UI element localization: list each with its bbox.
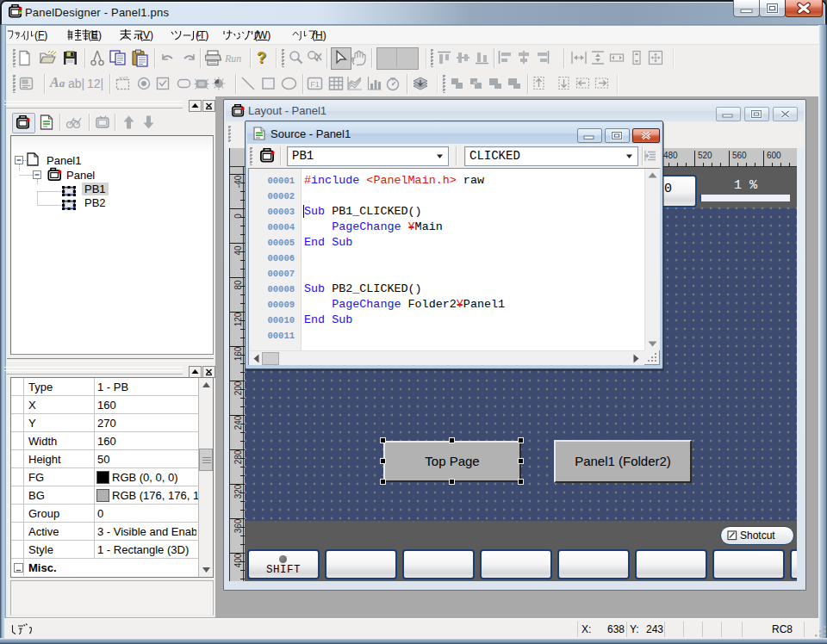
svg-text:520: 520 bbox=[698, 151, 712, 160]
svg-text:F1: F1 bbox=[311, 80, 320, 89]
svg-text:320: 320 bbox=[233, 484, 243, 498]
svg-text:280: 280 bbox=[233, 449, 243, 464]
svg-text:200: 200 bbox=[233, 381, 243, 395]
svg-text:360: 360 bbox=[233, 518, 243, 533]
svg-text:600: 600 bbox=[767, 151, 781, 160]
svg-text:400: 400 bbox=[233, 553, 243, 567]
svg-text:160: 160 bbox=[233, 346, 243, 361]
svg-text:560: 560 bbox=[732, 151, 747, 160]
svg-text:240: 240 bbox=[233, 415, 243, 430]
svg-text:40: 40 bbox=[233, 245, 243, 256]
svg-text:120: 120 bbox=[233, 312, 243, 326]
svg-text:-40: -40 bbox=[233, 175, 243, 188]
svg-text:480: 480 bbox=[663, 151, 678, 160]
svg-text:XYZ: XYZ bbox=[119, 76, 128, 81]
svg-text:80: 80 bbox=[233, 280, 243, 290]
